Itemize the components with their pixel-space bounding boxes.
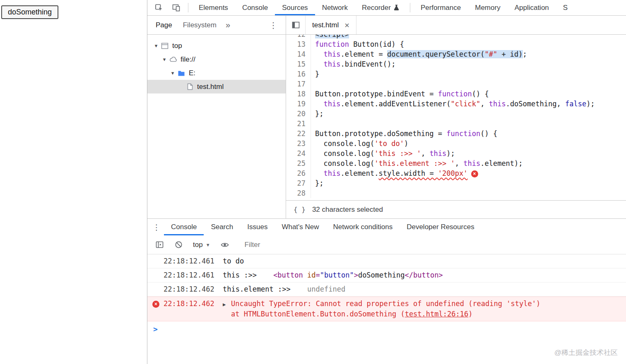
- console-filter-input[interactable]: [244, 240, 418, 249]
- disclosure-arrow-icon[interactable]: ▾: [169, 70, 176, 76]
- drawer-tab-search[interactable]: Search: [204, 219, 240, 235]
- stack-source-link[interactable]: test.html:26:16: [405, 310, 469, 318]
- tab-memory[interactable]: Memory: [468, 0, 507, 15]
- more-tabs-chevron-icon[interactable]: »: [222, 20, 234, 30]
- tab-label: Console: [242, 4, 268, 12]
- tab-label: Network: [322, 4, 348, 12]
- drawer-tab-network-conditions[interactable]: Network conditions: [326, 219, 400, 235]
- code-editor[interactable]: 12<script>13function Button(id) {14 this…: [286, 35, 626, 200]
- tab-console[interactable]: Console: [235, 0, 275, 15]
- tab-recorder[interactable]: Recorder: [355, 0, 407, 15]
- timestamp: 22:18:12.461: [164, 256, 223, 266]
- line-number[interactable]: 16: [286, 69, 311, 79]
- line-number[interactable]: 19: [286, 99, 311, 109]
- message-segment: doSomething: [358, 271, 405, 279]
- line-number[interactable]: 17: [286, 79, 311, 89]
- drawer-tab-console[interactable]: Console: [164, 219, 204, 235]
- tab-label: Console: [171, 223, 197, 231]
- line-number[interactable]: 28: [286, 188, 311, 198]
- code-token: 'this :>> ': [374, 149, 421, 158]
- drawer-tab-what-s-new[interactable]: What's New: [274, 219, 326, 235]
- line-number[interactable]: 25: [286, 158, 311, 168]
- error-message-text: Uncaught TypeError: Cannot read properti…: [231, 299, 540, 308]
- inspect-element-icon[interactable]: [150, 0, 167, 15]
- line-number[interactable]: 13: [286, 39, 311, 49]
- source-editor: test.html × 12<script>13function Button(…: [286, 16, 626, 218]
- navigator-tab-page[interactable]: Page: [151, 21, 177, 29]
- tab-performance[interactable]: Performance: [414, 0, 468, 15]
- code-token: };: [315, 110, 323, 118]
- tree-item-label: E:: [189, 69, 195, 77]
- tab-sources[interactable]: Sources: [275, 0, 315, 15]
- disclosure-arrow-icon[interactable]: ▾: [161, 56, 168, 62]
- editor-tab-test-html[interactable]: test.html ×: [305, 16, 356, 34]
- code-token: this: [323, 50, 340, 58]
- console-prompt[interactable]: >: [147, 321, 626, 337]
- code-text: }: [311, 69, 319, 79]
- code-line: 19 this.element.addEventListener("click"…: [286, 99, 626, 109]
- code-line: 26 this.element.style.width = '200px'×: [286, 168, 626, 178]
- stack-text: at HTMLButtonElement.Button.doSomething …: [231, 310, 405, 318]
- code-token: }: [315, 70, 319, 78]
- editor-tab-strip: test.html ×: [286, 16, 626, 35]
- live-expression-eye-icon[interactable]: [216, 240, 234, 249]
- drawer-tab-developer-resources[interactable]: Developer Resources: [400, 219, 481, 235]
- do-something-button[interactable]: doSomething: [1, 5, 58, 19]
- selection-status-text: 32 characters selected: [312, 206, 383, 214]
- tree-item-label: file://: [181, 55, 195, 64]
- line-number[interactable]: 27: [286, 178, 311, 188]
- message-segment: this.element :>>: [223, 285, 295, 293]
- editor-status-bar: { } 32 characters selected: [286, 200, 626, 218]
- tab-label: Search: [211, 223, 233, 231]
- console-sidebar-icon[interactable]: [151, 240, 168, 249]
- tree-item-file[interactable]: ▾file://: [147, 53, 286, 66]
- code-text: Button.prototype.bindEvent = function() …: [311, 89, 489, 99]
- disclosure-arrow-icon[interactable]: ▾: [152, 43, 160, 49]
- line-number[interactable]: 18: [286, 89, 311, 99]
- device-toolbar-icon[interactable]: [167, 0, 185, 15]
- tab-network[interactable]: Network: [315, 0, 355, 15]
- close-tab-icon[interactable]: ×: [344, 21, 349, 29]
- javascript-context-selector[interactable]: top ▼: [189, 241, 214, 249]
- code-token: function: [438, 90, 472, 98]
- line-number[interactable]: 26: [286, 168, 311, 178]
- code-token: [315, 100, 323, 108]
- code-text: [311, 79, 315, 89]
- line-number[interactable]: 21: [286, 119, 311, 129]
- code-text: function Button(id) {: [311, 39, 404, 49]
- file-tree: ▾top▾file://▾E:test.html: [147, 35, 286, 93]
- tab-elements[interactable]: Elements: [192, 0, 235, 15]
- code-token: "click": [451, 100, 481, 108]
- line-number[interactable]: 20: [286, 109, 311, 119]
- code-token: ,: [480, 100, 489, 108]
- toggle-navigator-icon[interactable]: [286, 16, 305, 34]
- clear-console-icon[interactable]: [170, 240, 187, 249]
- line-number[interactable]: 14: [286, 49, 311, 59]
- line-number[interactable]: 15: [286, 59, 311, 69]
- tree-item-test-html[interactable]: test.html: [147, 80, 286, 93]
- code-token: function: [315, 40, 349, 48]
- navigator-tab-filesystem[interactable]: Filesystem: [178, 21, 222, 29]
- line-number[interactable]: 22: [286, 129, 311, 139]
- toolbar-separator: [188, 3, 188, 12]
- tab-application[interactable]: Application: [508, 0, 556, 15]
- code-text: console.log('to do'): [311, 139, 408, 148]
- tab-s[interactable]: S: [556, 0, 575, 15]
- stack-text: ): [468, 310, 472, 318]
- navigator-menu-icon[interactable]: ⋮: [264, 20, 282, 30]
- code-token: .bindEvent();: [340, 60, 395, 68]
- pretty-print-icon[interactable]: { }: [294, 206, 306, 213]
- drawer-menu-icon[interactable]: ⋮: [149, 219, 164, 235]
- line-number[interactable]: 24: [286, 148, 311, 158]
- line-number[interactable]: 23: [286, 139, 311, 148]
- line-number[interactable]: 12: [286, 35, 311, 39]
- code-token: Button.prototype.doSomething =: [315, 129, 446, 138]
- tree-item-e[interactable]: ▾E:: [147, 66, 286, 80]
- drawer-tab-issues[interactable]: Issues: [240, 219, 274, 235]
- expand-triangle-icon[interactable]: ▶: [223, 300, 228, 309]
- tab-label: Elements: [199, 4, 228, 12]
- code-line: 28: [286, 188, 626, 198]
- devtools-panel: ElementsConsoleSourcesNetworkRecorderPer…: [147, 0, 626, 364]
- tree-item-top[interactable]: ▾top: [147, 39, 286, 53]
- code-text: this.element.addEventListener("click", t…: [311, 99, 595, 109]
